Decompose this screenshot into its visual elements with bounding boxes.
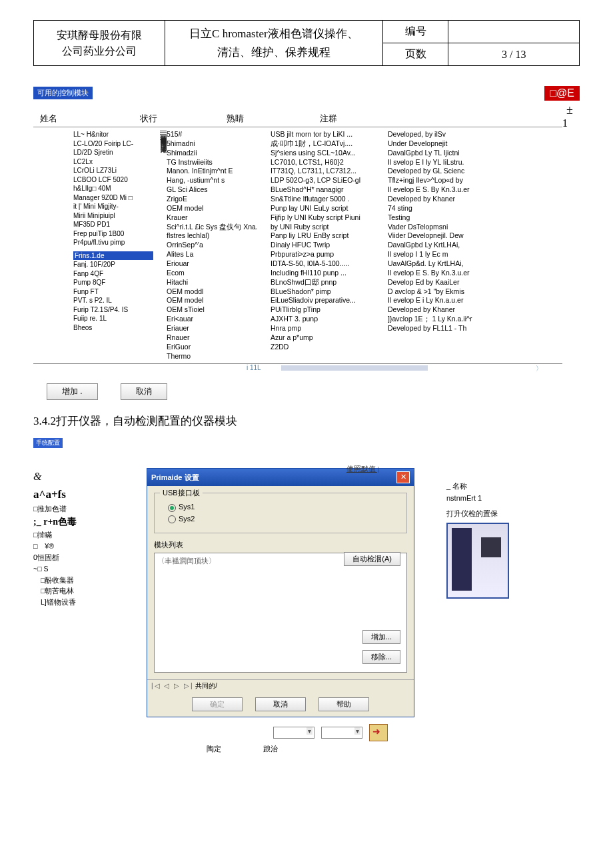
list-item[interactable]: Tflz+ingj Ilev>^Lop«d by bbox=[388, 176, 501, 185]
list-item[interactable]: Punp lay UNI EuLy script bbox=[271, 204, 384, 213]
scrollbar[interactable] bbox=[281, 365, 428, 371]
opt-8[interactable]: □朝苦电林 bbox=[33, 585, 127, 597]
list-item[interactable]: OEM sTioiel bbox=[167, 305, 267, 315]
list-item[interactable]: LD/2D Sjretin bbox=[73, 148, 153, 157]
list-item[interactable]: Alites La bbox=[167, 250, 267, 259]
list-item[interactable]: Sj^siens using SCL~10Av... bbox=[271, 149, 384, 158]
list-item[interactable]: LC2Lx bbox=[73, 157, 153, 167]
dialog-cancel-button[interactable]: 取消 bbox=[255, 697, 306, 711]
list-item[interactable]: Developed by Khaner bbox=[388, 195, 501, 204]
opt-3[interactable]: □掯瞞 bbox=[33, 529, 127, 541]
list-item[interactable]: Il evelop E S. By Kn.3.u.er bbox=[388, 185, 501, 195]
list-item[interactable]: Dinaiy HFUC Twrip bbox=[271, 241, 384, 250]
opt-5[interactable]: 0恒固斱 bbox=[33, 552, 127, 563]
list-item[interactable]: LDP 502O-g3, LCP SLiEO-gl bbox=[271, 176, 384, 185]
list-item[interactable]: 成·叩巾1財，LC-lOATvj.... bbox=[271, 139, 384, 149]
scroll-right-icon[interactable]: 〉 bbox=[536, 364, 542, 373]
list-item[interactable]: OEM moddl bbox=[167, 287, 267, 297]
opt-1[interactable]: □推加色谱 bbox=[33, 503, 127, 515]
list-item[interactable]: Hnra pmp bbox=[271, 324, 384, 333]
list-item[interactable]: USB jilt morn tor by LiKI ... bbox=[271, 130, 384, 139]
tab-common[interactable]: 共同的/ bbox=[195, 682, 217, 689]
list-item[interactable]: Fanp 4QF bbox=[73, 269, 153, 279]
exit-icon[interactable] bbox=[369, 724, 388, 741]
list-item[interactable]: OEM model bbox=[167, 296, 267, 305]
list-item[interactable]: Il evelop E S. By Kn.3.u.er bbox=[388, 269, 501, 278]
list-item[interactable]: Il svelop E I ly YL IiLstru. bbox=[388, 158, 501, 167]
list-item[interactable]: ]}avclop 1E； 1 Ly Kn.a.ii^r bbox=[388, 315, 501, 324]
list-item[interactable]: Including fHI110 punp ... bbox=[271, 269, 384, 278]
list-item[interactable]: Prbpurati>z>a pump bbox=[271, 250, 384, 259]
list-item[interactable]: Sn&Ttline Iflutager 5000 . bbox=[271, 195, 384, 204]
list-item[interactable]: Viider Developnejil. Dew bbox=[388, 231, 501, 241]
list-item[interactable]: LC-LO/20 Foirip LC- bbox=[73, 139, 153, 149]
list-item[interactable]: by UNI Ruby script bbox=[271, 223, 384, 232]
list-item[interactable]: Z2DD bbox=[271, 343, 384, 352]
opt-7[interactable]: □酚收集器 bbox=[33, 575, 127, 586]
list-item[interactable]: D avclop & >1 "by Ekmis bbox=[388, 287, 501, 297]
list-item[interactable]: Developed by FL1L1 - Th bbox=[388, 324, 501, 333]
dropdown-2[interactable] bbox=[321, 727, 362, 739]
list-item[interactable]: Bheos bbox=[73, 323, 153, 333]
list-item[interactable]: Vader DsTelopmsni bbox=[388, 223, 501, 232]
list-item[interactable]: Manon. InEtinjm^nt E bbox=[167, 167, 267, 176]
list-item[interactable]: Eriauer bbox=[167, 324, 267, 333]
list-item[interactable]: ZrigoE bbox=[167, 195, 267, 204]
list-item[interactable]: Under Developnejit bbox=[388, 139, 501, 149]
dialog-help-button[interactable]: 帮助 bbox=[318, 697, 369, 711]
list-item[interactable]: Panp liy LRU EnBy script bbox=[271, 231, 384, 241]
dialog-ok-button[interactable]: 确定 bbox=[192, 697, 243, 711]
selected-module[interactable]: Frins.1.de bbox=[73, 251, 153, 261]
cancel-button[interactable]: 取消 bbox=[121, 383, 167, 400]
list-item[interactable]: Testing bbox=[388, 213, 501, 223]
list-item[interactable]: Il evelop E i Ly Kn.a.u.er bbox=[388, 296, 501, 305]
list-item[interactable]: Azur a p*ump bbox=[271, 333, 384, 343]
list-item[interactable]: Rnauer bbox=[167, 333, 267, 343]
list-item[interactable]: OEM model bbox=[167, 204, 267, 213]
below-ok[interactable]: 陶定 bbox=[207, 745, 221, 753]
auto-detect-button[interactable]: 自动检洇(A) bbox=[344, 552, 400, 566]
list-item[interactable]: UavAlGp&d. Ly KrtLHAi, bbox=[388, 259, 501, 269]
list-item[interactable]: Fanj. 10F/20P bbox=[73, 260, 153, 269]
list-item[interactable]: BLueShad^H* nanagigr bbox=[271, 185, 384, 195]
below-cancel[interactable]: 踉治 bbox=[263, 745, 278, 753]
list-item[interactable]: Eriouar bbox=[167, 259, 267, 269]
list-item[interactable]: Eri<auar bbox=[167, 315, 267, 324]
list-item[interactable]: AJXHT 3. punp bbox=[271, 315, 384, 324]
radio-sys2[interactable]: Sys2 bbox=[168, 515, 400, 523]
add-button[interactable]: 增加 . bbox=[47, 383, 98, 400]
list-item[interactable]: Funp FT bbox=[73, 287, 153, 297]
list-item[interactable]: Krauer bbox=[167, 213, 267, 223]
dialog-add-button[interactable]: 增加... bbox=[362, 630, 400, 644]
radio-sys1[interactable]: Sys1 bbox=[168, 503, 400, 511]
list-item[interactable]: BLueShadon* pimp bbox=[271, 287, 384, 297]
opt-9[interactable]: L]镨物设香 bbox=[33, 597, 127, 608]
dialog-remove-button[interactable]: 移除... bbox=[362, 650, 400, 664]
list-item[interactable]: Hitachi bbox=[167, 278, 267, 287]
list-item[interactable]: LC7010, LCTS1, H60}2 bbox=[271, 158, 384, 167]
list-item[interactable]: Fijfip ly UNI Kuby script Piuni bbox=[271, 213, 384, 223]
list-item[interactable]: Pump 8QF bbox=[73, 278, 153, 287]
list-item[interactable]: Pr4pu/fl.tivu pimp bbox=[73, 238, 153, 247]
dropdown-1[interactable] bbox=[273, 727, 314, 739]
list-item[interactable]: Ecom bbox=[167, 269, 267, 278]
tab-nav-icons[interactable]: |◁ ◁ ▷ ▷| bbox=[151, 682, 194, 689]
list-item[interactable]: flstres lechlal) bbox=[167, 231, 267, 241]
list-item[interactable]: Fuiip re. 1L bbox=[73, 314, 153, 323]
opt-4[interactable]: □ ¥® bbox=[33, 541, 127, 552]
list-item[interactable]: Develop Ed by KaaiLer bbox=[388, 278, 501, 287]
list-item[interactable]: OrrinSep^'a bbox=[167, 241, 267, 250]
list-item[interactable]: Thermo bbox=[167, 352, 267, 361]
list-item[interactable]: Developed by GL Scienc bbox=[388, 167, 501, 176]
list-item[interactable]: MF35D PD1 bbox=[73, 220, 153, 229]
list-item[interactable]: EiLueSliadoiv preparative... bbox=[271, 296, 384, 305]
list-item[interactable]: 5himadni bbox=[167, 139, 267, 149]
list-item[interactable]: LCrOLi LZ73Li bbox=[73, 166, 153, 175]
list-item[interactable]: IT731Q, LC7311, LC7312... bbox=[271, 167, 384, 176]
list-item[interactable]: DavalGpbd Ly TL Ijictni bbox=[388, 149, 501, 158]
list-item[interactable]: PVT. s P2. IL bbox=[73, 296, 153, 305]
list-item[interactable]: Hang, -ustium^nt s bbox=[167, 176, 267, 185]
list-item[interactable]: Frep puiTip 1B00 bbox=[73, 229, 153, 239]
close-icon[interactable]: ✕ bbox=[396, 471, 410, 483]
list-item[interactable]: Shimadzii bbox=[167, 149, 267, 158]
